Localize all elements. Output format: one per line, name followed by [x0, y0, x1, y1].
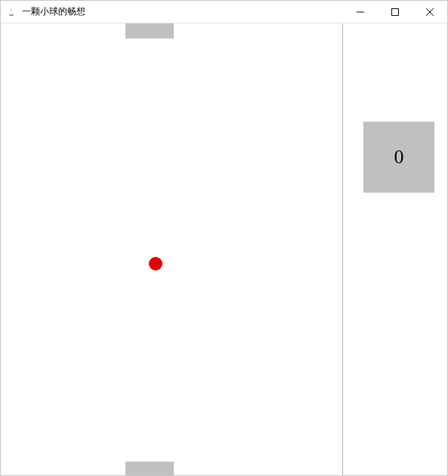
ball	[149, 257, 162, 270]
score-panel: 0	[363, 122, 434, 193]
title-bar[interactable]: 一颗小球的畅想	[1, 1, 447, 23]
maximize-button[interactable]	[378, 1, 412, 23]
window-title: 一颗小球的畅想	[22, 5, 85, 18]
game-area[interactable]: 0	[1, 23, 447, 475]
svg-rect-1	[392, 8, 399, 15]
app-window: 一颗小球的畅想 0	[0, 0, 448, 476]
vertical-divider	[342, 23, 343, 475]
close-button[interactable]	[412, 1, 447, 23]
svg-line-3	[426, 8, 434, 16]
score-value: 0	[394, 146, 404, 168]
svg-line-2	[426, 8, 434, 16]
minimize-button[interactable]	[343, 1, 378, 23]
java-icon	[5, 6, 17, 18]
paddle-bottom	[125, 462, 174, 475]
paddle-top	[125, 23, 174, 39]
